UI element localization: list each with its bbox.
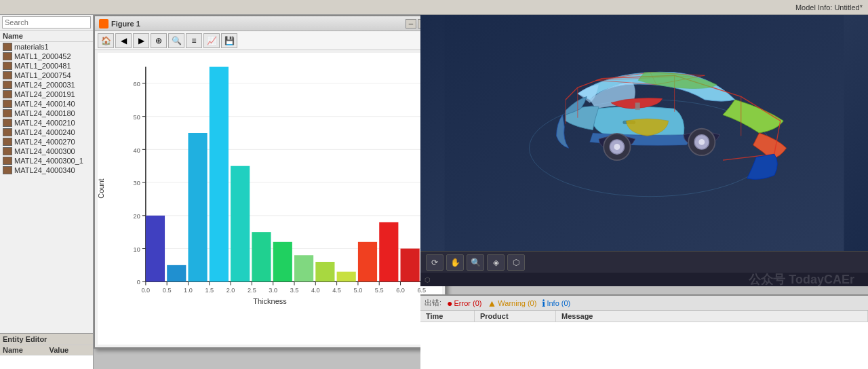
tree-item-label: MATL24_4000340 <box>14 166 75 174</box>
tree-item[interactable]: MATL24_4000300 <box>0 147 93 156</box>
material-icon <box>3 81 12 89</box>
tree-item-label: MATL24_4000240 <box>14 128 75 136</box>
log-label: 出错: <box>425 298 441 308</box>
search-button[interactable]: 🔍 <box>168 33 184 48</box>
svg-rect-21 <box>401 249 420 282</box>
search-input[interactable] <box>2 16 91 28</box>
tree-item[interactable]: MATL24_4000270 <box>0 137 93 147</box>
svg-text:60: 60 <box>134 81 140 88</box>
svg-text:6.5: 6.5 <box>417 287 426 294</box>
center-area: Figure 1 ─ □ ✕ 🏠 ◀ ▶ ⊕ 🔍 ≡ 📈 💾 <box>94 15 868 369</box>
svg-rect-13 <box>231 166 250 282</box>
svg-rect-66 <box>635 102 640 110</box>
tree-item[interactable]: MATL24_4000300_1 <box>0 156 93 166</box>
log-col-time: Time <box>420 311 475 322</box>
tree-item[interactable]: MATL24_4000240 <box>0 128 93 137</box>
tree-name-header: Name <box>0 31 93 42</box>
left-panel: Name materials1MATL1_2000452MATL1_200048… <box>0 15 94 369</box>
tree-item[interactable]: MATL24_4000340 <box>0 166 93 175</box>
tree-item-label: materials1 <box>14 43 49 51</box>
material-icon <box>3 100 12 108</box>
tree-item-label: MATL24_4000300 <box>14 147 75 155</box>
figure-icon <box>99 19 108 28</box>
shading-button[interactable]: ◈ <box>487 254 505 271</box>
svg-rect-16 <box>294 255 313 281</box>
material-icon <box>3 62 12 70</box>
material-icon <box>3 147 12 155</box>
viewport-area[interactable] <box>420 15 868 251</box>
svg-text:30: 30 <box>134 180 140 187</box>
tree-item-label: MATL1_2000452 <box>14 52 71 60</box>
log-col-product: Product <box>475 311 556 322</box>
viewport-status: ⬡ <box>420 273 868 286</box>
figure-window: Figure 1 ─ □ ✕ 🏠 ◀ ▶ ⊕ 🔍 ≡ 📈 💾 <box>94 15 446 349</box>
svg-text:4.0: 4.0 <box>311 287 320 294</box>
tree-item[interactable]: MATL24_2000191 <box>0 90 93 99</box>
tree-item[interactable]: MATL24_4000180 <box>0 109 93 118</box>
chart-container: Count 01020304050600.00.51.01.52.02.53.0… <box>111 60 429 317</box>
pan-button[interactable]: ✋ <box>446 254 464 271</box>
zoom-reset-button[interactable]: ⊕ <box>151 33 167 48</box>
tree-item-label: MATL24_4000140 <box>14 100 75 108</box>
material-icon <box>3 128 12 136</box>
svg-text:4.5: 4.5 <box>332 287 341 294</box>
tree-item-label: MATL24_4000270 <box>14 138 75 146</box>
zoom-button[interactable]: 🔍 <box>467 254 484 271</box>
svg-text:0: 0 <box>137 279 140 286</box>
tree-item[interactable]: MATL1_2000481 <box>0 61 93 71</box>
tree-item[interactable]: materials1 <box>0 42 93 52</box>
svg-rect-14 <box>252 232 271 281</box>
material-icon <box>3 52 12 60</box>
material-icon <box>3 109 12 117</box>
tree-item[interactable]: MATL1_2000754 <box>0 71 93 80</box>
svg-text:40: 40 <box>134 147 140 153</box>
entity-col-name: Name <box>0 345 47 355</box>
rotate-button[interactable]: ⟳ <box>426 254 443 271</box>
svg-text:3.5: 3.5 <box>290 287 299 294</box>
svg-text:0.5: 0.5 <box>163 287 172 294</box>
tree-item-label: MATL1_2000481 <box>14 62 71 70</box>
warning-icon: ▲ <box>487 298 496 309</box>
model-info: Model Info: Untitled* <box>795 3 863 12</box>
tree-item[interactable]: MATL1_2000452 <box>0 52 93 61</box>
filter-button[interactable]: ≡ <box>186 33 202 48</box>
svg-rect-15 <box>273 242 292 281</box>
chart-xlabel: Thickness <box>111 297 429 305</box>
wireframe-button[interactable]: ⬡ <box>507 254 525 271</box>
home-button[interactable]: 🏠 <box>98 33 114 48</box>
tree-item[interactable]: MATL24_4000140 <box>0 99 93 109</box>
material-icon <box>3 43 12 51</box>
material-icon <box>3 157 12 165</box>
chart-button[interactable]: 📈 <box>203 33 220 48</box>
log-warning-tab[interactable]: ▲ Warning (0) <box>487 298 536 309</box>
material-icon <box>3 90 12 98</box>
car-model-svg <box>420 15 868 251</box>
minimize-button[interactable]: ─ <box>406 19 416 28</box>
svg-text:0.0: 0.0 <box>142 287 151 294</box>
svg-rect-17 <box>315 262 334 281</box>
svg-rect-10 <box>167 265 186 281</box>
svg-rect-11 <box>188 133 207 281</box>
forward-button[interactable]: ▶ <box>133 33 149 48</box>
back-button[interactable]: ◀ <box>115 33 132 48</box>
chart-ylabel: Count <box>97 178 105 198</box>
log-info-tab[interactable]: ℹ Info (0) <box>542 298 570 309</box>
svg-text:50: 50 <box>134 114 140 121</box>
log-panel: 出错: ● Error (0) ▲ Warning (0) ℹ Info (0)… <box>420 294 868 369</box>
viewport-toolbar: ⟳ ✋ 🔍 ◈ ⬡ <box>420 251 868 273</box>
chart-svg: 01020304050600.00.51.01.52.02.53.03.54.0… <box>111 60 429 317</box>
figure-toolbar: 🏠 ◀ ▶ ⊕ 🔍 ≡ 📈 💾 <box>95 31 445 50</box>
svg-text:1.5: 1.5 <box>205 287 214 294</box>
save-button[interactable]: 💾 <box>221 33 237 48</box>
log-error-tab[interactable]: ● Error (0) <box>447 298 481 309</box>
tree-item-label: MATL24_4000180 <box>14 109 75 117</box>
tree-item-label: MATL24_2000191 <box>14 90 75 98</box>
material-icon <box>3 138 12 146</box>
search-box <box>0 15 93 31</box>
svg-rect-20 <box>379 222 398 282</box>
entity-editor-cols: Name Value <box>0 345 93 355</box>
tree-item[interactable]: MATL24_2000031 <box>0 80 93 90</box>
tree-item[interactable]: MATL24_4000210 <box>0 118 93 128</box>
svg-text:10: 10 <box>134 246 140 253</box>
main-area: Name materials1MATL1_2000452MATL1_200048… <box>0 15 868 369</box>
